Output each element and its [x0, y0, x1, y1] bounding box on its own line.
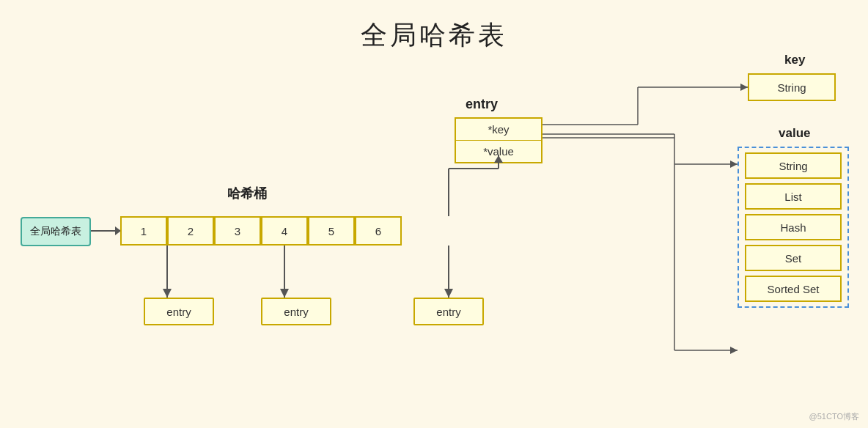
- bucket-cell-3: 3: [214, 216, 261, 246]
- diagram: 全局哈希表 全局哈希表 哈希桶 1 2 3 4 5 6 *key *value …: [0, 0, 868, 428]
- value-sorted-set: Sorted Set: [745, 276, 842, 302]
- svg-marker-3: [280, 289, 289, 298]
- entry-box-1: entry: [144, 298, 214, 325]
- entry-value-row: *value: [456, 141, 541, 162]
- bucket-array: 1 2 3 4 5 6: [120, 216, 402, 246]
- value-section-label: value: [779, 126, 810, 141]
- svg-marker-5: [444, 289, 453, 298]
- entry-detail-box: *key *value: [455, 117, 542, 163]
- svg-marker-21: [730, 347, 738, 354]
- bucket-cell-4: 4: [261, 216, 308, 246]
- bucket-cell-5: 5: [308, 216, 355, 246]
- svg-marker-1: [163, 289, 172, 298]
- value-list: List: [745, 183, 842, 210]
- bucket-cell-6: 6: [355, 216, 402, 246]
- page-title: 全局哈希表: [0, 0, 868, 54]
- svg-marker-18: [740, 84, 748, 91]
- value-group: String List Hash Set Sorted Set: [738, 147, 849, 308]
- entry-detail-label: entry: [466, 97, 498, 112]
- bucket-cell-1: 1: [120, 216, 167, 246]
- entry-key-row: *key: [456, 119, 541, 141]
- key-box: String: [748, 73, 836, 101]
- bucket-label: 哈希桶: [227, 185, 267, 202]
- value-string: String: [745, 152, 842, 179]
- svg-marker-14: [730, 160, 738, 168]
- global-ht-box: 全局哈希表: [21, 217, 91, 246]
- value-set: Set: [745, 245, 842, 271]
- arrow-ht-to-bucket: [91, 230, 120, 232]
- value-hash: Hash: [745, 214, 842, 240]
- entry-box-2: entry: [261, 298, 331, 325]
- entry-box-3: entry: [413, 298, 484, 325]
- watermark: @51CTO博客: [809, 411, 859, 422]
- bucket-cell-2: 2: [167, 216, 214, 246]
- key-section-label: key: [784, 53, 805, 67]
